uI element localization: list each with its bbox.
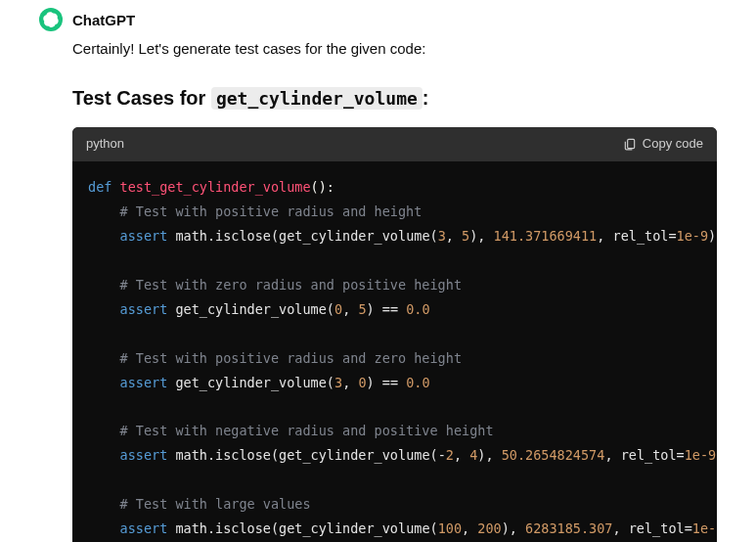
- code-token: 0: [334, 301, 342, 317]
- code-block: python Copy code def test_get_cylinder_v…: [72, 127, 717, 542]
- code-token: ),: [469, 228, 493, 244]
- code-token: 1e-9: [685, 447, 717, 463]
- code-token: 0: [358, 375, 366, 390]
- copy-code-button[interactable]: Copy code: [623, 134, 703, 155]
- code-token: ,: [342, 375, 358, 390]
- code-token: 200: [477, 520, 501, 536]
- code-language-label: python: [86, 134, 124, 155]
- section-prefix: Test Cases for: [72, 87, 211, 109]
- clipboard-icon: [623, 137, 637, 151]
- code-token: , rel_tol=: [604, 447, 684, 463]
- intro-text: Certainly! Let's generate test cases for…: [72, 37, 717, 61]
- code-token: get_cylinder_volume(: [167, 301, 334, 317]
- code-token: assert: [120, 520, 168, 536]
- code-token: 3: [334, 375, 342, 390]
- code-token: 5: [462, 228, 469, 244]
- code-comment: # Test with zero radius and positive hei…: [120, 277, 463, 293]
- code-comment: # Test with negative radius and positive…: [120, 423, 494, 438]
- code-token: , rel_tol=: [612, 520, 691, 536]
- section-suffix: :: [422, 87, 429, 109]
- author-name: ChatGPT: [72, 12, 135, 28]
- code-token: 50.2654824574: [502, 447, 605, 463]
- code-token: test_get_cylinder_volume: [120, 179, 311, 195]
- code-token: 6283185.307: [525, 520, 612, 536]
- assistant-message: ChatGPT Certainly! Let's generate test c…: [0, 0, 756, 542]
- code-token: 141.371669411: [494, 228, 598, 244]
- code-token: math.isclose(get_cylinder_volume(-: [167, 447, 445, 463]
- svg-rect-0: [628, 140, 635, 149]
- code-token: 1e-9: [677, 228, 709, 244]
- code-header: python Copy code: [72, 127, 717, 161]
- code-token: 3: [438, 228, 446, 244]
- code-token: math.isclose(get_cylinder_volume(: [167, 228, 437, 244]
- code-token: 5: [358, 301, 366, 317]
- code-token: 100: [438, 520, 462, 536]
- message-header: ChatGPT: [39, 8, 717, 31]
- code-token: ),: [477, 447, 501, 463]
- code-token: , rel_tol=: [597, 228, 676, 244]
- code-token: ():: [311, 179, 334, 195]
- copy-code-label: Copy code: [643, 134, 703, 155]
- code-token: ) ==: [367, 301, 407, 317]
- code-token: math.isclose(get_cylinder_volume(: [167, 520, 437, 536]
- chatgpt-avatar-icon: [39, 8, 63, 31]
- code-token: assert: [120, 447, 168, 463]
- code-token: assert: [120, 301, 168, 317]
- code-token: ,: [462, 520, 477, 536]
- code-token: 0.0: [406, 375, 429, 390]
- code-token: assert: [120, 228, 168, 244]
- code-token: ,: [454, 447, 469, 463]
- section-code: get_cylinder_volume: [211, 87, 422, 110]
- code-token: ): [708, 228, 716, 244]
- code-token: ),: [502, 520, 525, 536]
- code-token: def: [88, 179, 111, 195]
- code-token: 0.0: [406, 301, 429, 317]
- code-comment: # Test with positive radius and zero hei…: [120, 350, 463, 366]
- section-title: Test Cases for get_cylinder_volume:: [72, 82, 717, 113]
- code-token: assert: [120, 375, 168, 390]
- code-token: ): [716, 447, 717, 463]
- code-token: ,: [446, 228, 462, 244]
- message-body: Certainly! Let's generate test cases for…: [39, 37, 717, 542]
- code-comment: # Test with large values: [120, 496, 311, 512]
- code-comment: # Test with positive radius and height: [120, 203, 422, 219]
- code-token: get_cylinder_volume(: [167, 375, 334, 390]
- code-token: ) ==: [367, 375, 407, 390]
- code-content[interactable]: def test_get_cylinder_volume(): # Test w…: [72, 161, 717, 542]
- code-token: 1e-9: [692, 520, 717, 536]
- code-token: 2: [446, 447, 454, 463]
- code-token: ,: [342, 301, 358, 317]
